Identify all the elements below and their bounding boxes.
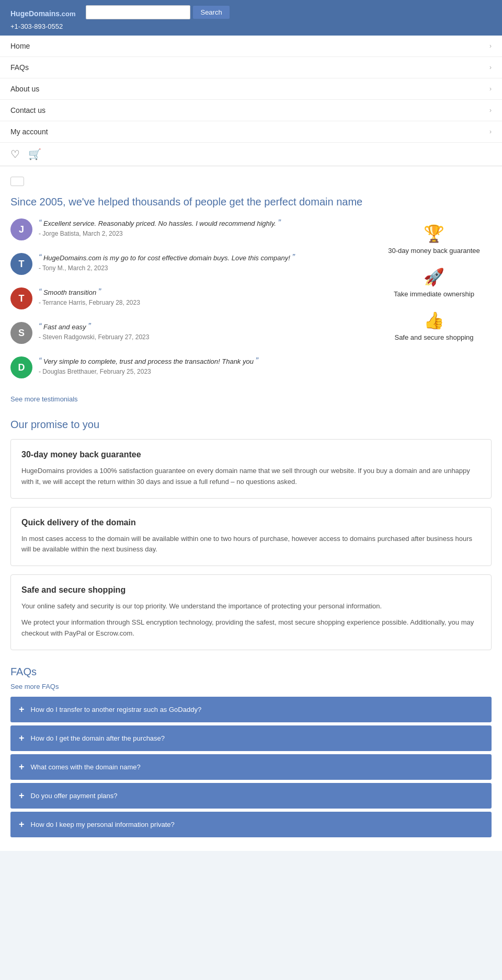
promise-card-title: 30-day money back guarantee bbox=[21, 450, 481, 459]
faq-expand-icon: + bbox=[19, 704, 25, 715]
testimonials-column: J “ Excellent service. Reasonably priced… bbox=[10, 218, 361, 403]
header-top: HugeDomains.com Search bbox=[10, 5, 492, 19]
faq-expand-icon: + bbox=[19, 819, 25, 830]
nav-icon-bar: ♡ 🛒 bbox=[0, 143, 502, 166]
open-quote: “ bbox=[39, 218, 41, 227]
avatar: T bbox=[10, 253, 32, 275]
faq-question: How do I transfer to another registrar s… bbox=[31, 706, 202, 713]
promise-card-text-1: Your online safety and security is our t… bbox=[21, 601, 481, 612]
nav-contact[interactable]: Contact us › bbox=[0, 100, 502, 121]
feature-label: 30-day money back guarantee bbox=[388, 247, 480, 255]
faq-item[interactable]: + How do I keep my personal information … bbox=[10, 812, 492, 837]
feature-secure-shopping: 👍 Safe and secure shopping bbox=[376, 310, 492, 341]
faq-question: How do I keep my personal information pr… bbox=[31, 821, 175, 828]
promise-section-title: Our promise to you bbox=[10, 419, 492, 431]
promise-card-text: In most cases access to the domain will … bbox=[21, 534, 481, 556]
money-back-icon: 🏆 bbox=[424, 224, 444, 244]
promise-card-quick-delivery: Quick delivery of the domain In most cas… bbox=[10, 507, 492, 567]
wishlist-icon[interactable]: ♡ bbox=[10, 148, 20, 160]
testimonial-quote-text: Excellent service. Reasonably priced. No… bbox=[43, 220, 276, 227]
site-logo: HugeDomains.com bbox=[10, 6, 75, 19]
promise-card-title: Quick delivery of the domain bbox=[21, 518, 481, 527]
promise-card-secure-shopping: Safe and secure shopping Your online saf… bbox=[10, 574, 492, 650]
search-input[interactable] bbox=[86, 5, 190, 19]
testimonial-author: - Terrance Harris, February 28, 2023 bbox=[39, 299, 140, 306]
faq-item[interactable]: + What comes with the domain name? bbox=[10, 754, 492, 780]
open-quote: “ bbox=[39, 253, 41, 262]
testimonial-quote-text: Very simple to complete, trust and proce… bbox=[43, 358, 254, 365]
feature-label: Take immediate ownership bbox=[394, 290, 474, 298]
search-form: Search bbox=[86, 5, 229, 19]
testimonial-item: S “ Fast and easy ” - Steven Radgowski, … bbox=[10, 322, 361, 344]
open-quote: “ bbox=[39, 287, 41, 296]
promise-card-text: HugeDomains provides a 100% satisfaction… bbox=[21, 466, 481, 488]
main-headline: Since 2005, we've helped thousands of pe… bbox=[10, 196, 492, 208]
avatar: S bbox=[10, 322, 32, 344]
chevron-right-icon: › bbox=[489, 42, 492, 50]
faq-expand-icon: + bbox=[19, 733, 25, 744]
feature-money-back: 🏆 30-day money back guarantee bbox=[376, 224, 492, 255]
avatar: D bbox=[10, 356, 32, 378]
cart-icon[interactable]: 🛒 bbox=[28, 148, 41, 160]
close-quote: ” bbox=[256, 356, 258, 365]
testimonial-author: - Tony M., March 2, 2023 bbox=[39, 264, 295, 272]
faq-expand-icon: + bbox=[19, 790, 25, 801]
nav-faqs[interactable]: FAQs › bbox=[0, 57, 502, 78]
testimonial-quote-text: Fast and easy bbox=[43, 323, 86, 331]
testimonial-author: - Jorge Batista, March 2, 2023 bbox=[39, 230, 281, 237]
chevron-right-icon: › bbox=[489, 64, 492, 71]
close-quote: ” bbox=[292, 253, 294, 262]
features-column: 🏆 30-day money back guarantee 🚀 Take imm… bbox=[376, 218, 492, 403]
nav-home[interactable]: Home › bbox=[0, 36, 502, 57]
see-more-faqs-link[interactable]: See more FAQs bbox=[10, 683, 59, 690]
search-button[interactable]: Search bbox=[193, 6, 229, 19]
chevron-right-icon: › bbox=[489, 107, 492, 114]
main-content: Since 2005, we've helped thousands of pe… bbox=[0, 166, 502, 851]
logo-text: HugeDomains bbox=[10, 9, 60, 18]
thumbsup-icon: 👍 bbox=[424, 310, 444, 330]
close-quote: ” bbox=[278, 218, 280, 227]
faq-item[interactable]: + Do you offer payment plans? bbox=[10, 783, 492, 809]
testimonial-quote-text: HugeDomains.com is my go to for cost eff… bbox=[43, 254, 290, 262]
nav-account[interactable]: My account › bbox=[0, 121, 502, 143]
open-quote: “ bbox=[39, 322, 41, 331]
nav-about[interactable]: About us › bbox=[0, 78, 502, 100]
faq-question: Do you offer payment plans? bbox=[31, 792, 118, 800]
chevron-right-icon: › bbox=[489, 85, 492, 93]
testimonial-item: D “ Very simple to complete, trust and p… bbox=[10, 356, 361, 378]
promise-card-text-2: We protect your information through SSL … bbox=[21, 617, 481, 639]
nav-menu: Home › FAQs › About us › Contact us › My… bbox=[0, 36, 502, 166]
chevron-right-icon: › bbox=[489, 128, 492, 135]
open-quote: “ bbox=[39, 356, 41, 365]
logo-suffix: .com bbox=[60, 10, 75, 18]
close-quote: ” bbox=[98, 287, 101, 296]
rocket-icon: 🚀 bbox=[424, 267, 444, 287]
testimonial-author: - Douglas Bretthauer, February 25, 2023 bbox=[39, 368, 258, 375]
phone-number: +1-303-893-0552 bbox=[10, 22, 492, 30]
feature-immediate-ownership: 🚀 Take immediate ownership bbox=[376, 267, 492, 298]
faq-item[interactable]: + How do I get the domain after the purc… bbox=[10, 725, 492, 751]
faq-item[interactable]: + How do I transfer to another registrar… bbox=[10, 697, 492, 722]
testimonial-item: J “ Excellent service. Reasonably priced… bbox=[10, 218, 361, 240]
feature-label: Safe and secure shopping bbox=[394, 333, 473, 341]
see-more-testimonials-link[interactable]: See more testimonials bbox=[10, 395, 78, 403]
avatar: J bbox=[10, 218, 32, 240]
testimonial-quote-text: Smooth transition bbox=[43, 289, 96, 296]
site-header: HugeDomains.com Search +1-303-893-0552 bbox=[0, 0, 502, 36]
testimonial-item: T “ Smooth transition ” - Terrance Harri… bbox=[10, 287, 361, 309]
testimonials-features-section: J “ Excellent service. Reasonably priced… bbox=[10, 218, 492, 403]
faq-expand-icon: + bbox=[19, 762, 25, 773]
avatar: T bbox=[10, 287, 32, 309]
promise-card-money-back: 30-day money back guarantee HugeDomains … bbox=[10, 439, 492, 499]
price-tooltip bbox=[10, 177, 24, 186]
testimonial-author: - Steven Radgowski, February 27, 2023 bbox=[39, 333, 149, 341]
close-quote: ” bbox=[88, 322, 90, 331]
faq-question: How do I get the domain after the purcha… bbox=[31, 734, 165, 742]
faq-question: What comes with the domain name? bbox=[31, 763, 141, 771]
promise-card-title: Safe and secure shopping bbox=[21, 585, 481, 595]
testimonial-item: T “ HugeDomains.com is my go to for cost… bbox=[10, 253, 361, 275]
faqs-section-title: FAQs bbox=[10, 666, 492, 678]
